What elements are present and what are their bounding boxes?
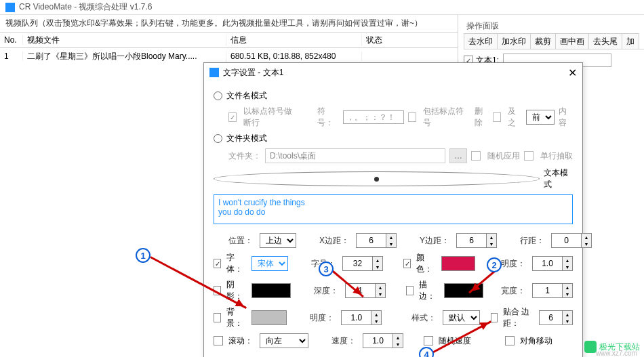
font-cb[interactable] xyxy=(214,259,221,268)
and-select[interactable]: 前 xyxy=(526,110,555,125)
rand-apply-cb[interactable] xyxy=(471,151,481,161)
radio-folder-mode[interactable] xyxy=(214,134,222,143)
browse-button[interactable]: … xyxy=(449,148,467,163)
break-punct-cb[interactable] xyxy=(228,112,237,122)
linespace-label: 行距： xyxy=(520,235,544,247)
and-cb[interactable] xyxy=(493,112,501,122)
tab-add[interactable]: 加 xyxy=(622,33,639,49)
brightness-label: 明度： xyxy=(310,312,334,324)
cell-file: 二刷了《星期三》所以唱一小段Bloody Mary..... xyxy=(23,51,226,62)
tab-add-wm[interactable]: 加水印 xyxy=(497,33,531,49)
linespace-input[interactable] xyxy=(551,233,581,248)
punct-label: 符号： xyxy=(317,106,338,129)
scroll-label: 滚动： xyxy=(228,335,253,347)
brightness-input[interactable] xyxy=(341,310,371,325)
titlebar: CR VideoMate - 视频综合处理 v1.7.6 xyxy=(0,0,644,15)
speed-label: 速度： xyxy=(331,335,356,347)
table-header: No. 视频文件 信息 状态 xyxy=(0,32,458,48)
rand-apply-label: 随机应用 xyxy=(487,150,520,162)
style-label: 样式： xyxy=(411,312,436,324)
delete-label: 删除 xyxy=(475,106,489,129)
width-label: 宽度： xyxy=(501,285,525,297)
diag-cb[interactable] xyxy=(505,336,515,345)
app-icon xyxy=(5,3,15,12)
bg-cb[interactable] xyxy=(214,313,221,322)
dialog-icon xyxy=(209,68,219,77)
watermark-sub: www.xz7.com xyxy=(596,350,637,357)
xdist-input[interactable] xyxy=(356,233,386,248)
include-punct-cb[interactable] xyxy=(408,112,416,122)
text-settings-dialog: 文字设置 - 文本1 ✕ 文件名模式 以标点符号做断行 符号： 包括标点符号 删… xyxy=(203,62,583,357)
style-select[interactable]: 默认 xyxy=(443,310,480,325)
stroke-label: 描边： xyxy=(419,279,437,302)
ops-panel-title: 操作面版 xyxy=(464,19,644,33)
tab-crop[interactable]: 裁剪 xyxy=(530,33,556,49)
content-label: 内容 xyxy=(559,106,573,129)
queue-header: 视频队列（双击预览水印&字幕效果；队列右键，功能更多。此为视频批量处理工具，请别… xyxy=(0,15,458,32)
col-info[interactable]: 信息 xyxy=(226,35,362,46)
paste-label: 贴合 边距： xyxy=(503,306,532,329)
cell-info: 680.51 KB, 0:18.88, 852x480 xyxy=(226,51,362,61)
scroll-cb[interactable] xyxy=(214,336,223,345)
font-label: 字体： xyxy=(226,252,245,275)
punct-input[interactable] xyxy=(343,110,404,124)
depth-label: 深度： xyxy=(314,285,338,297)
xdist-label: X边距： xyxy=(319,235,349,247)
size-input[interactable] xyxy=(342,256,372,271)
close-icon[interactable]: ✕ xyxy=(568,66,577,79)
single-line-label: 单行抽取 xyxy=(540,150,573,162)
bg-swatch[interactable] xyxy=(251,310,287,325)
ydist-input[interactable] xyxy=(456,233,486,248)
dialog-title: 文字设置 - 文本1 xyxy=(223,67,283,79)
tab-trim[interactable]: 去头尾 xyxy=(588,33,622,49)
annotation-4: 4 xyxy=(419,347,434,357)
font-select[interactable]: 宋体 xyxy=(251,256,288,271)
rand-speed-cb[interactable] xyxy=(424,336,433,345)
color-cb[interactable] xyxy=(403,259,411,268)
cell-no: 1 xyxy=(0,51,23,61)
paste-input[interactable] xyxy=(539,310,562,325)
col-status[interactable]: 状态 xyxy=(362,35,458,46)
scroll-select[interactable]: 向左 xyxy=(260,333,308,348)
radio-filename-mode[interactable] xyxy=(214,91,222,100)
break-punct-label: 以标点符号做断行 xyxy=(243,106,300,129)
ops-tabs: 去水印 加水印 裁剪 画中画 去头尾 加 xyxy=(464,33,644,49)
filename-mode-label: 文件名模式 xyxy=(226,90,267,102)
folder-input[interactable] xyxy=(265,148,445,163)
stroke-cb[interactable] xyxy=(406,286,414,295)
tab-remove-wm[interactable]: 去水印 xyxy=(464,33,498,49)
speed-input[interactable] xyxy=(363,333,393,348)
text-input[interactable]: I won't crucify the things you do do do xyxy=(214,194,573,224)
col-file[interactable]: 视频文件 xyxy=(23,35,226,46)
single-line-cb[interactable] xyxy=(524,151,534,161)
color-label: 颜色： xyxy=(416,252,435,275)
diag-label: 对角移动 xyxy=(520,335,552,347)
shadow-swatch[interactable] xyxy=(251,283,291,298)
folder-label: 文件夹： xyxy=(228,150,261,162)
folder-mode-label: 文件夹模式 xyxy=(226,133,267,144)
ydist-label: Y边距： xyxy=(420,235,449,247)
tab-pip[interactable]: 画中画 xyxy=(555,33,589,49)
col-no[interactable]: No. xyxy=(0,35,23,45)
width-input[interactable] xyxy=(532,283,562,298)
annotation-1: 1 xyxy=(136,248,150,263)
include-punct-label: 包括标点符号 xyxy=(423,106,465,129)
pos-label: 位置： xyxy=(228,235,253,247)
radio-text-mode[interactable] xyxy=(214,171,540,186)
annotation-2: 2 xyxy=(487,257,502,272)
watermark-logo-icon xyxy=(584,341,597,353)
color-swatch[interactable] xyxy=(441,256,475,271)
and-label: 及之 xyxy=(508,106,522,129)
opacity-input[interactable] xyxy=(532,256,562,271)
app-title: CR VideoMate - 视频综合处理 v1.7.6 xyxy=(19,1,153,13)
pos-select[interactable]: 上边 xyxy=(260,233,296,248)
text-mode-label: 文本模式 xyxy=(544,167,573,190)
annotation-3: 3 xyxy=(319,261,334,276)
